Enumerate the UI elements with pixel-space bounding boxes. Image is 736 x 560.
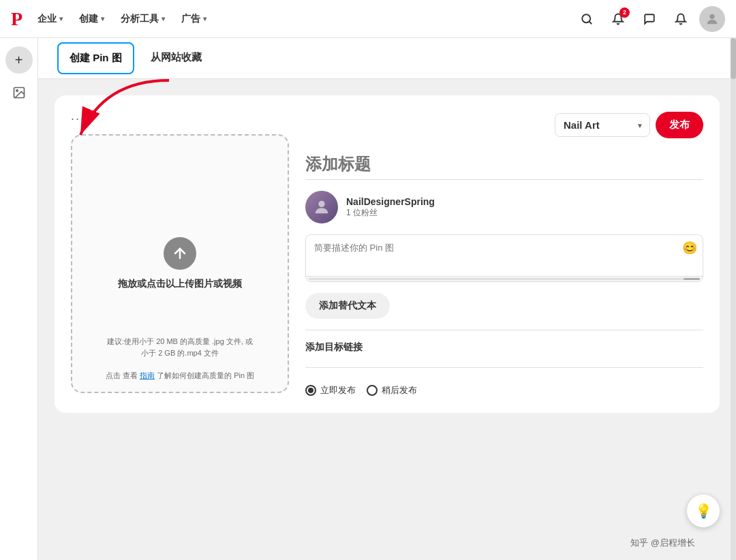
chevron-down-icon: ▾ xyxy=(101,15,104,22)
tab-from-website[interactable]: 从网站收藏 xyxy=(137,40,215,77)
desc-container: 😊 xyxy=(305,234,703,282)
sidebar: + xyxy=(0,38,38,560)
user-followers: 1 位粉丝 xyxy=(346,207,435,219)
tab-create-pin[interactable]: 创建 Pin 图 xyxy=(57,42,134,74)
board-row: Nail Art 发布 xyxy=(305,112,703,138)
desc-input[interactable] xyxy=(306,235,677,276)
scrollbar-track[interactable] xyxy=(731,38,736,560)
publish-later-option[interactable]: 稍后发布 xyxy=(367,384,417,396)
user-info: NailDesignerSpring 1 位粉丝 xyxy=(346,196,435,219)
scrollbar-thumb xyxy=(684,278,700,280)
notifications-button[interactable]: 2 xyxy=(605,6,631,32)
upload-area[interactable]: 拖放或点击以上传图片或视频 建议:使用小于 20 MB 的高质量 .jpg 文件… xyxy=(71,134,289,393)
scrollbar-track xyxy=(306,276,703,281)
topnav-right: 2 xyxy=(574,6,725,32)
notification-badge: 2 xyxy=(619,7,630,18)
divider xyxy=(305,330,703,330)
chevron-down-icon: ▾ xyxy=(59,15,63,22)
svg-point-6 xyxy=(318,201,324,207)
add-button[interactable]: + xyxy=(5,46,33,74)
tabs-container: 创建 Pin 图 从网站收藏 xyxy=(38,38,736,79)
divider-2 xyxy=(305,367,703,368)
chevron-down-icon: ▾ xyxy=(203,15,206,22)
publish-button[interactable]: 发布 xyxy=(656,112,703,138)
pinterest-logo[interactable]: P xyxy=(11,8,22,30)
radio-now-circle xyxy=(305,385,316,396)
create-pin-card: ··· 拖放或点击以上传图片或视频 建议:使用小于 20 MB 的高质量 .jp… xyxy=(55,95,720,413)
topnav: P 企业 ▾ 创建 ▾ 分析工具 ▾ 广告 ▾ 2 xyxy=(0,0,736,38)
image-button[interactable] xyxy=(5,79,33,106)
user-avatar-small xyxy=(305,191,338,223)
search-button[interactable] xyxy=(574,6,600,32)
guide-link[interactable]: 指南 xyxy=(140,371,155,379)
main-content: 创建 Pin 图 从网站收藏 ··· 拖放或点击以上传图片或视频 xyxy=(38,38,736,560)
chat-button[interactable] xyxy=(637,6,662,32)
publish-now-option[interactable]: 立即发布 xyxy=(305,384,356,396)
topnav-menu: 企业 ▾ 创建 ▾ 分析工具 ▾ 广告 ▾ xyxy=(31,9,574,29)
dest-link-label: 添加目标链接 xyxy=(305,341,703,354)
fab-lightbulb[interactable]: 💡 xyxy=(687,495,720,527)
alt-text-button[interactable]: 添加替代文本 xyxy=(305,293,390,319)
svg-line-1 xyxy=(589,21,591,23)
user-row: NailDesignerSpring 1 位粉丝 xyxy=(305,191,703,223)
nav-ads[interactable]: 广告 ▾ xyxy=(174,9,213,29)
upload-text: 拖放或点击以上传图片或视频 xyxy=(118,278,242,290)
board-select-wrapper: Nail Art xyxy=(555,113,650,137)
more-options-button[interactable]: ··· xyxy=(71,112,289,126)
nav-analytics[interactable]: 分析工具 ▾ xyxy=(114,9,172,29)
nav-enterprise[interactable]: 企业 ▾ xyxy=(31,9,70,29)
scrollbar-thumb-outer xyxy=(731,38,736,79)
svg-point-2 xyxy=(709,14,714,18)
left-panel: ··· 拖放或点击以上传图片或视频 建议:使用小于 20 MB 的高质量 .jp… xyxy=(71,112,289,396)
board-select[interactable]: Nail Art xyxy=(555,113,650,137)
title-input[interactable] xyxy=(305,149,703,180)
right-panel: Nail Art 发布 NailDesignerSpring xyxy=(305,112,703,396)
nav-create[interactable]: 创建 ▾ xyxy=(72,9,111,29)
publish-options: 立即发布 稍后发布 xyxy=(305,384,703,396)
emoji-button[interactable]: 😊 xyxy=(677,235,703,261)
svg-point-4 xyxy=(16,90,17,92)
upload-icon xyxy=(164,237,196,270)
main-layout: + 创建 Pin 图 从网站收藏 ··· xyxy=(0,38,736,560)
chevron-down-icon: ▾ xyxy=(162,15,165,22)
radio-later-circle xyxy=(367,385,378,396)
alert-button[interactable] xyxy=(668,6,694,32)
user-avatar[interactable] xyxy=(699,6,725,32)
watermark: 知乎 @启程增长 xyxy=(630,537,695,549)
user-name: NailDesignerSpring xyxy=(346,196,435,207)
upload-hint: 建议:使用小于 20 MB 的高质量 .jpg 文件, 或 小于 2 GB 的.… xyxy=(72,336,288,381)
